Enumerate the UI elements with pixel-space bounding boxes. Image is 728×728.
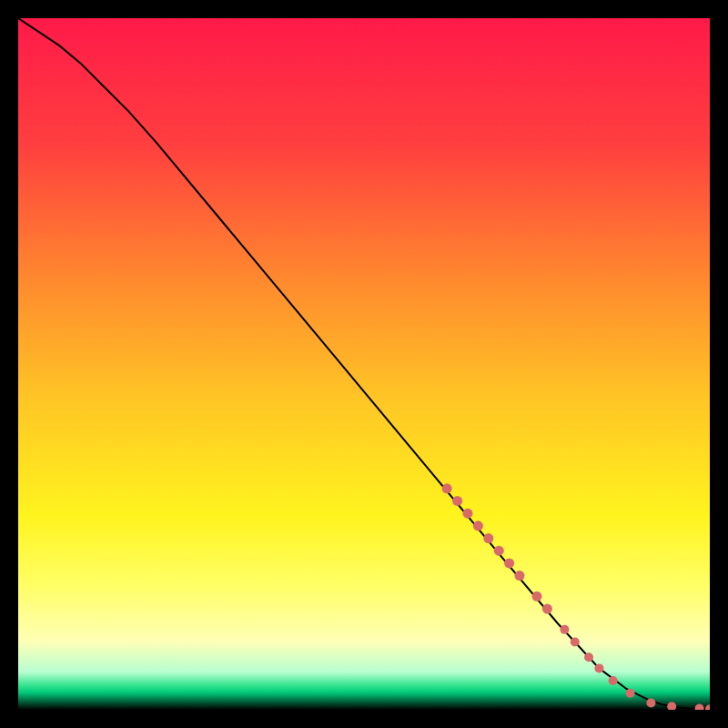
data-marker	[646, 698, 655, 707]
data-marker	[494, 546, 504, 556]
gradient-background	[18, 18, 710, 710]
data-marker	[515, 571, 525, 581]
data-marker	[532, 592, 542, 602]
chart-frame: TheBottleneck.com	[18, 18, 710, 710]
data-marker	[609, 676, 618, 685]
data-marker	[473, 521, 483, 531]
data-marker	[542, 604, 552, 614]
data-marker	[626, 689, 635, 698]
data-marker	[463, 509, 473, 519]
chart-plot	[18, 18, 710, 710]
data-marker	[584, 652, 593, 662]
data-marker	[442, 483, 452, 493]
data-marker	[594, 663, 603, 672]
data-marker	[452, 496, 462, 506]
data-marker	[560, 625, 569, 634]
data-marker	[504, 558, 514, 568]
data-marker	[483, 533, 493, 543]
data-marker	[571, 638, 580, 647]
